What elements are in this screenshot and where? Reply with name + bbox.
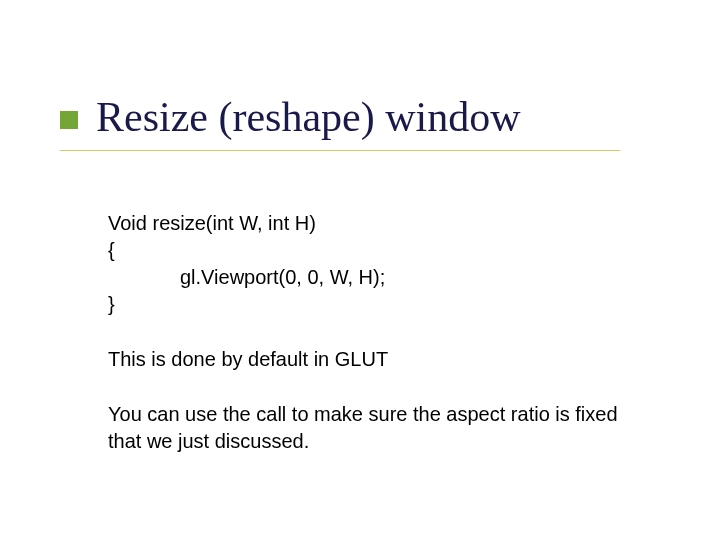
code-block: Void resize(int W, int H) { gl.Viewport(…: [108, 210, 628, 318]
title-underline: [60, 150, 620, 151]
code-line-3: gl.Viewport(0, 0, W, H);: [108, 264, 628, 291]
slide-title: Resize (reshape) window: [96, 95, 521, 139]
slide-title-wrap: Resize (reshape) window: [60, 95, 521, 139]
title-bullet-icon: [60, 111, 78, 129]
slide: Resize (reshape) window Void resize(int …: [0, 0, 720, 540]
slide-body: Void resize(int W, int H) { gl.Viewport(…: [108, 210, 628, 455]
paragraph-2: You can use the call to make sure the as…: [108, 401, 628, 455]
paragraph-1: This is done by default in GLUT: [108, 346, 628, 373]
code-line-1: Void resize(int W, int H): [108, 210, 628, 237]
code-line-4: }: [108, 291, 628, 318]
code-line-2: {: [108, 237, 628, 264]
